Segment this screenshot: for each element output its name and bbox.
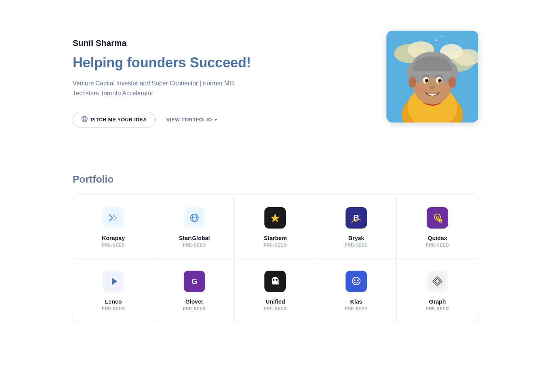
page-container: Sunil Sharma Helping founders Succeed! V… — [57, 0, 494, 337]
korapay-stage: PRE-SEED — [102, 243, 125, 247]
hero-description: Venture Capital Investor and Super Conne… — [73, 78, 256, 98]
globe-icon — [82, 116, 88, 123]
brysk-logo: B — [346, 207, 367, 229]
svg-point-11 — [447, 42, 448, 42]
portfolio-item-graph[interactable]: Graph PRE-SEED — [397, 258, 478, 322]
svg-point-25 — [439, 80, 441, 82]
unified-logo — [264, 271, 286, 292]
svg-point-30 — [448, 77, 456, 88]
klas-stage: PRE-SEED — [345, 306, 368, 311]
svg-point-53 — [276, 279, 278, 281]
brysk-name: Brysk — [348, 235, 364, 241]
quidax-logo: Q $ — [427, 207, 448, 229]
glover-stage: PRE-SEED — [183, 306, 206, 311]
portfolio-row-2: Lenco PRE-SEED G Glover PRE-SEED — [73, 258, 478, 322]
svg-point-9 — [435, 39, 437, 41]
quidax-stage: PRE-SEED — [426, 243, 449, 247]
klas-name: Klas — [350, 298, 362, 305]
starbem-logo — [264, 207, 286, 229]
svg-rect-31 — [106, 210, 121, 225]
startglobal-name: StartGlobal — [179, 235, 210, 241]
graph-logo — [427, 271, 448, 292]
svg-point-29 — [409, 77, 416, 88]
portfolio-title: Portfolio — [73, 173, 478, 185]
portfolio-grid: Korapay PRE-SEED StartGlobal PRE-S — [73, 194, 478, 322]
chevron-down-icon — [214, 119, 217, 121]
portfolio-item-quidax[interactable]: Q $ Quidax PRE-SEED — [397, 195, 478, 258]
svg-rect-54 — [349, 274, 364, 289]
svg-point-56 — [354, 279, 355, 281]
portfolio-item-startglobal[interactable]: StartGlobal PRE-SEED — [154, 195, 235, 258]
klas-logo — [346, 271, 367, 292]
startglobal-stage: PRE-SEED — [183, 243, 206, 247]
starbem-name: Starbem — [264, 235, 287, 241]
pitch-button[interactable]: PITCH ME YOUR IDEA — [73, 112, 156, 127]
brysk-stage: PRE-SEED — [345, 243, 368, 247]
glover-name: Glover — [185, 298, 204, 305]
unified-name: Unified — [266, 298, 285, 305]
svg-point-57 — [357, 279, 359, 281]
svg-text:G: G — [191, 277, 197, 286]
svg-point-27 — [415, 85, 425, 93]
hero-name: Sunil Sharma — [73, 38, 364, 48]
hero-actions: PITCH ME YOUR IDEA VIEW PORTFOLIO — [73, 112, 364, 127]
svg-point-10 — [442, 36, 443, 37]
svg-point-28 — [439, 85, 450, 93]
portfolio-item-starbem[interactable]: Starbem PRE-SEED — [235, 195, 316, 258]
svg-text:Q: Q — [436, 216, 439, 220]
portfolio-item-unified[interactable]: Unified PRE-SEED — [235, 258, 316, 322]
quidax-name: Quidax — [428, 235, 447, 241]
korapay-name: Korapay — [102, 235, 125, 241]
lenco-name: Lenco — [105, 298, 122, 305]
portfolio-item-glover[interactable]: G Glover PRE-SEED — [154, 258, 235, 322]
graph-name: Graph — [429, 298, 446, 305]
portfolio-item-korapay[interactable]: Korapay PRE-SEED — [73, 195, 154, 258]
svg-rect-58 — [430, 274, 445, 289]
portfolio-section: Portfolio Korapay PRE-SEED — [73, 173, 478, 322]
svg-rect-51 — [272, 280, 279, 285]
svg-point-52 — [273, 279, 275, 281]
portfolio-item-klas[interactable]: Klas PRE-SEED — [316, 258, 397, 322]
svg-text:$: $ — [440, 220, 442, 223]
graph-stage: PRE-SEED — [426, 306, 449, 311]
hero-image — [386, 31, 478, 122]
unified-stage: PRE-SEED — [264, 306, 287, 311]
portfolio-button[interactable]: VIEW PORTFOLIO — [166, 117, 218, 122]
lenco-stage: PRE-SEED — [102, 306, 125, 311]
hero-section: Sunil Sharma Helping founders Succeed! V… — [73, 31, 478, 127]
svg-point-26 — [430, 85, 435, 89]
startglobal-logo — [184, 207, 205, 229]
svg-point-24 — [426, 80, 428, 82]
starbem-stage: PRE-SEED — [264, 243, 287, 247]
portfolio-row-1: Korapay PRE-SEED StartGlobal PRE-S — [73, 195, 478, 258]
hero-content: Sunil Sharma Helping founders Succeed! V… — [73, 31, 386, 127]
portfolio-item-lenco[interactable]: Lenco PRE-SEED — [73, 258, 154, 322]
lenco-logo — [103, 271, 124, 292]
glover-logo: G — [184, 271, 205, 292]
portfolio-item-brysk[interactable]: B Brysk PRE-SEED — [316, 195, 397, 258]
hero-tagline: Helping founders Succeed! — [73, 54, 364, 71]
korapay-logo — [103, 207, 124, 229]
